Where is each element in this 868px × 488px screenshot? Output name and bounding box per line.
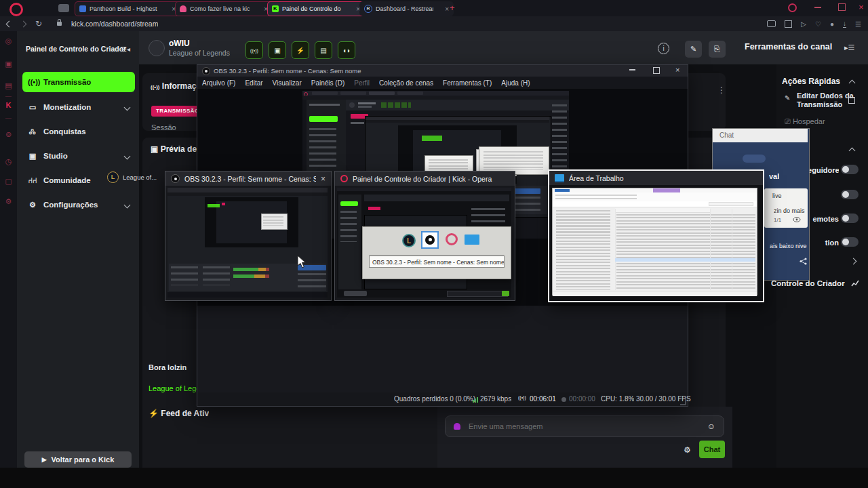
panel-menu-icon[interactable]: ▸☰ <box>844 43 854 52</box>
info-icon[interactable]: i <box>658 43 669 54</box>
broadcast-icon: ((•)) <box>250 48 258 53</box>
chat-popup-title[interactable]: Chat <box>713 129 808 142</box>
obs-maximize-icon[interactable] <box>653 67 660 74</box>
workspace-icon[interactable] <box>58 4 69 12</box>
browser-tab-1[interactable]: Pantheon Build - Highest W × <box>75 1 180 16</box>
sidebar-item-studio[interactable]: ▣ Studio <box>22 147 135 165</box>
chat-identity-icon[interactable] <box>454 423 460 430</box>
alt-tab-preview-obs[interactable]: OBS 30.2.3 - Perfil: Sem nome - Cenas: S… <box>165 171 332 301</box>
forward-icon[interactable] <box>20 20 27 27</box>
monetization-icon: ▭ <box>28 103 37 112</box>
collapse-panel-button[interactable]: ⎘ <box>709 41 726 58</box>
rail-kick-icon[interactable]: K <box>4 101 13 109</box>
sidebar-item-monetization[interactable]: ▭ Monetization <box>22 98 135 116</box>
dropped-frames: Quadros perdidos 0 (0.0%) <box>394 395 475 403</box>
search-tabs-icon[interactable] <box>788 3 797 12</box>
menu-editar[interactable]: Editar <box>245 79 262 87</box>
log-action-button[interactable]: ▤ <box>315 41 332 59</box>
boost-action-button[interactable]: ⚡ <box>292 41 309 59</box>
menu-visualizar[interactable]: Visualizar <box>273 79 302 87</box>
settings-tune-icon[interactable]: ☰ <box>855 20 861 28</box>
opera-icon <box>446 233 458 245</box>
url-text[interactable]: kick.com/dashboard/stream <box>71 20 158 28</box>
chat-send-button[interactable]: Chat <box>699 441 725 458</box>
edit-stream-data-action[interactable]: Editar Dados da Transmissão <box>797 92 866 109</box>
sidebar-item-conquistas[interactable]: 🝆 Conquistas <box>22 123 135 140</box>
username: oWIU <box>169 39 190 48</box>
chevron-right-icon[interactable] <box>850 258 857 265</box>
collapse-sidebar-icon[interactable]: ☰◂ <box>121 45 130 53</box>
obs-title-bar[interactable]: OBS 30.2.3 - Perfil: Sem nome - Cenas: S… <box>197 65 688 77</box>
exit-icon: ▶ <box>42 456 47 463</box>
cpu-usage: CPU: 1.8% <box>601 395 634 403</box>
extension-icon[interactable] <box>785 20 792 28</box>
followers-toggle[interactable] <box>841 165 859 174</box>
preview-close-icon[interactable]: × <box>321 174 326 184</box>
chevron-up-icon[interactable] <box>849 80 856 87</box>
preview-title: Área de Trabalho <box>569 174 757 182</box>
rail-extensions-icon[interactable]: ▢ <box>4 177 13 186</box>
close-window-icon[interactable]: × <box>859 2 864 12</box>
opera-menu-icon[interactable] <box>9 3 23 16</box>
emoji-icon[interactable]: ☺ <box>707 422 715 431</box>
sidebar-item-configuracoes[interactable]: ⚙ Configurações <box>22 196 135 214</box>
obs-close-icon[interactable]: × <box>675 66 679 74</box>
send-to-icon[interactable]: ▷ <box>801 20 806 28</box>
new-tab-icon[interactable]: + <box>450 3 455 13</box>
rail-history-icon[interactable]: ◷ <box>4 157 13 166</box>
panel-kebab-icon[interactable]: ⋮ <box>717 85 726 95</box>
emotes-toggle[interactable] <box>841 214 859 223</box>
channel-tools-title: Ferramentas do canal <box>745 42 832 52</box>
stats-chart-icon[interactable] <box>851 279 859 287</box>
host-icon: ⎚ <box>785 117 791 125</box>
chevron-up-icon[interactable] <box>849 148 856 155</box>
bookmark-heart-icon[interactable]: ♡ <box>815 20 821 28</box>
rail-settings-icon[interactable]: ⚙ <box>4 197 13 206</box>
sidebar-item-transmissao[interactable]: ((•)) Transmissão <box>22 72 135 92</box>
host-action[interactable]: ⎚ Hospedar <box>785 117 825 126</box>
browser-tab-4[interactable]: R Dashboard - Restream × <box>359 1 454 16</box>
rail-play-icon[interactable]: ⊚ <box>4 130 13 139</box>
reload-icon[interactable]: ↻ <box>35 19 42 28</box>
resize-grip[interactable] <box>680 399 686 405</box>
menu-ferramentas[interactable]: Ferramentas (T) <box>443 79 492 87</box>
tab-close-icon[interactable]: × <box>445 5 449 13</box>
snapshot-icon[interactable] <box>767 20 776 27</box>
menu-arquivo[interactable]: Arquivo (F) <box>202 79 235 87</box>
alt-tab-preview-desktop-selected[interactable]: Área de Trabalho <box>548 169 764 302</box>
studio-action-button[interactable]: ▣ <box>269 41 286 59</box>
alt-tab-preview-kick[interactable]: Painel de Controle do Criador | Kick - O… <box>334 171 515 301</box>
rail-workspace-icon[interactable]: ▣ <box>4 60 13 68</box>
browser-tab-2[interactable]: Como fazer live na kick ex × <box>175 1 273 16</box>
chat-settings-gear-icon[interactable]: ⚙ <box>684 445 691 455</box>
menu-colecao-cenas[interactable]: Coleção de cenas <box>379 79 433 87</box>
stream-info-action-button[interactable]: ((•)) <box>245 41 263 59</box>
edit-button[interactable]: ✎ <box>685 41 702 58</box>
selected-file-row <box>615 258 755 262</box>
rail-calendar-icon[interactable]: ▤ <box>4 81 13 90</box>
obs-minimize-icon[interactable] <box>629 69 635 70</box>
quick-actions-title: Ações Rápidas <box>782 77 840 86</box>
preview-body-explorer <box>552 188 757 296</box>
toggle-2[interactable] <box>841 190 859 199</box>
rail-speeddial-icon[interactable]: ◎ <box>4 37 13 45</box>
avatar[interactable] <box>149 40 165 56</box>
subscription-toggle[interactable] <box>841 237 859 247</box>
profile-icon[interactable]: ● <box>830 20 834 28</box>
chat-fragment: 1/1 <box>774 217 781 223</box>
menu-ajuda[interactable]: Ajuda (H) <box>501 79 530 87</box>
back-to-kick-button[interactable]: ▶ Voltar para o Kick <box>24 451 132 468</box>
back-icon[interactable] <box>6 20 13 27</box>
share-icon[interactable] <box>800 258 807 265</box>
menu-perfil[interactable]: Perfil <box>354 79 370 87</box>
minimize-window-icon[interactable] <box>814 7 821 8</box>
menu-paineis[interactable]: Painéis (D) <box>311 79 344 87</box>
maximize-window-icon[interactable] <box>838 3 846 11</box>
kick-header: oWIU League of Legends ((•)) ▣ ⚡ ▤ ◖◗ i … <box>139 31 868 64</box>
download-icon[interactable]: ↓ <box>843 20 846 28</box>
external-link-icon[interactable] <box>848 97 855 104</box>
mini-session-line <box>351 122 364 124</box>
chat-input[interactable] <box>467 422 701 431</box>
chat-action-button[interactable]: ◖◗ <box>338 41 355 59</box>
browser-tab-3-active[interactable]: K Painel de Controle do Cria × <box>267 1 365 16</box>
